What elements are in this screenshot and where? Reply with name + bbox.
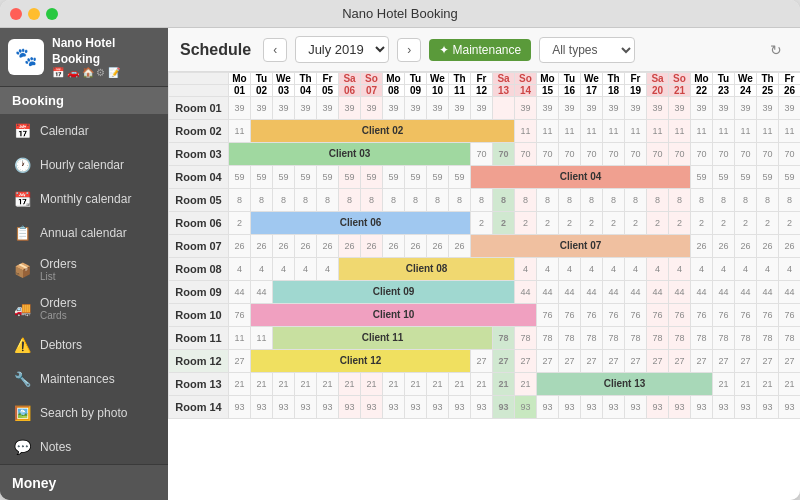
orders-list-label: Orders List (40, 257, 156, 282)
schedule-cell: 70 (625, 143, 647, 166)
refresh-button[interactable]: ↻ (764, 38, 788, 62)
schedule-cell: 44 (515, 281, 537, 304)
schedule-cell: 11 (603, 120, 625, 143)
booking-cell[interactable]: Client 13 (537, 373, 713, 396)
schedule-cell: 78 (669, 327, 691, 350)
schedule-cell: 27 (647, 350, 669, 373)
booking-cell[interactable]: Client 11 (273, 327, 493, 350)
booking-cell[interactable]: Client 10 (251, 304, 537, 327)
table-row: Room 045959595959595959595959Client 0459… (169, 166, 801, 189)
schedule-cell: 21 (405, 373, 427, 396)
schedule-cell: 39 (537, 97, 559, 120)
booking-cell[interactable]: Client 06 (251, 212, 471, 235)
booking-cell[interactable]: Client 04 (471, 166, 691, 189)
sidebar-item-search-by-photo[interactable]: 🖼️ Search by photo (0, 396, 168, 430)
type-selector[interactable]: All types (539, 37, 635, 63)
day-header-1: Tu (251, 73, 273, 85)
schedule-cell: 39 (229, 97, 251, 120)
schedule-cell: 44 (537, 281, 559, 304)
day-header-21: Mo (691, 73, 713, 85)
schedule-cell: 11 (537, 120, 559, 143)
schedule-cell: 21 (757, 373, 779, 396)
schedule-cell: 44 (647, 281, 669, 304)
schedule-cell: 11 (757, 120, 779, 143)
schedule-cell: 2 (603, 212, 625, 235)
schedule-cell: 93 (251, 396, 273, 419)
maximize-button[interactable] (46, 8, 58, 20)
schedule-cell: 93 (603, 396, 625, 419)
month-selector[interactable]: July 2019 (295, 36, 389, 63)
schedule-cell: 93 (317, 396, 339, 419)
sidebar-item-debtors[interactable]: ⚠️ Debtors (0, 328, 168, 362)
schedule-cell: 8 (669, 189, 691, 212)
sidebar-item-orders-list[interactable]: 📦 Orders List (0, 250, 168, 289)
booking-cell[interactable]: Client 02 (251, 120, 515, 143)
table-row: Room 062Client 0622222222222222222222 (169, 212, 801, 235)
day-header-23: We (735, 73, 757, 85)
schedule-cell: 78 (537, 327, 559, 350)
schedule-cell: 11 (515, 120, 537, 143)
booking-cell[interactable]: Client 12 (251, 350, 471, 373)
sidebar-money-item[interactable]: Money (0, 464, 168, 500)
schedule-cell: 21 (317, 373, 339, 396)
maintenance-button[interactable]: ✦ Maintenance (429, 39, 531, 61)
schedule-cell: 2 (515, 212, 537, 235)
schedule-cell: 59 (339, 166, 361, 189)
date-header-23: 24 (735, 85, 757, 97)
schedule-cell: 8 (515, 189, 537, 212)
schedule-cell: 21 (493, 373, 515, 396)
monthly-calendar-icon: 📆 (12, 189, 32, 209)
schedule-cell: 93 (361, 396, 383, 419)
app-window: Nano Hotel Booking 🐾 Nano Hotel Booking … (0, 0, 800, 500)
sidebar-item-monthly-calendar[interactable]: 📆 Monthly calendar (0, 182, 168, 216)
minimize-button[interactable] (28, 8, 40, 20)
schedule-cell: 8 (559, 189, 581, 212)
table-row: Room 1227Client 122727272727272727272727… (169, 350, 801, 373)
schedule-cell: 26 (229, 235, 251, 258)
date-header-9: 10 (427, 85, 449, 97)
schedule-cell: 8 (471, 189, 493, 212)
sidebar-item-annual-calendar[interactable]: 📋 Annual calendar (0, 216, 168, 250)
prev-month-button[interactable]: ‹ (263, 38, 287, 62)
booking-cell[interactable]: Client 07 (471, 235, 691, 258)
booking-cell[interactable]: Client 03 (229, 143, 471, 166)
booking-cell[interactable]: Client 08 (339, 258, 515, 281)
next-month-button[interactable]: › (397, 38, 421, 62)
schedule-cell: 93 (229, 396, 251, 419)
sidebar-item-calendar[interactable]: 📅 Calendar (0, 114, 168, 148)
schedule-cell: 59 (273, 166, 295, 189)
schedule-cell: 11 (625, 120, 647, 143)
sidebar-header: 🐾 Nano Hotel Booking 📅 🚗 🏠 ⚙ 📝 (0, 28, 168, 87)
schedule-cell: 44 (779, 281, 801, 304)
date-header-3: 04 (295, 85, 317, 97)
hourly-calendar-label: Hourly calendar (40, 158, 156, 172)
schedule-cell: 2 (779, 212, 801, 235)
schedule-cell: 78 (691, 327, 713, 350)
day-header-22: Tu (713, 73, 735, 85)
sidebar-item-orders-cards[interactable]: 🚚 Orders Cards (0, 289, 168, 328)
schedule-cell: 8 (625, 189, 647, 212)
schedule-cell: 39 (361, 97, 383, 120)
sidebar-item-maintenances[interactable]: 🔧 Maintenances (0, 362, 168, 396)
schedule-cell: 93 (559, 396, 581, 419)
schedule-cell: 26 (339, 235, 361, 258)
schedule-cell: 4 (251, 258, 273, 281)
date-header-20: 21 (669, 85, 691, 97)
sidebar-item-hourly-calendar[interactable]: 🕐 Hourly calendar (0, 148, 168, 182)
schedule-cell: 70 (757, 143, 779, 166)
schedule-cell: 44 (735, 281, 757, 304)
schedule-cell: 93 (405, 396, 427, 419)
schedule-cell: 8 (581, 189, 603, 212)
schedule-cell: 76 (559, 304, 581, 327)
schedule-cell: 93 (493, 396, 515, 419)
sidebar-item-notes[interactable]: 💬 Notes (0, 430, 168, 464)
schedule-cell: 39 (735, 97, 757, 120)
schedule-cell: 4 (735, 258, 757, 281)
close-button[interactable] (10, 8, 22, 20)
booking-cell[interactable]: Client 09 (273, 281, 515, 304)
app-logo: 🐾 (8, 39, 44, 75)
schedule-cell: 26 (691, 235, 713, 258)
schedule-cell: 70 (779, 143, 801, 166)
sidebar-section-label: Booking (12, 93, 64, 108)
schedule-wrapper[interactable]: MoTuWeThFrSaSoMoTuWeThFrSaSoMoTuWeThFrSa… (168, 72, 800, 500)
